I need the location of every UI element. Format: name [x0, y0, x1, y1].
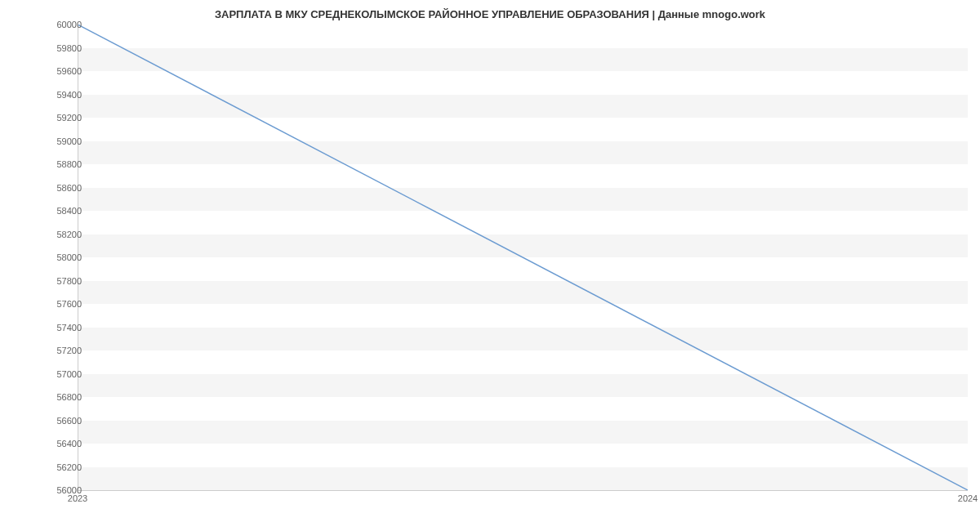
y-tick-label: 57000: [41, 369, 82, 379]
y-tick-label: 58400: [41, 206, 82, 216]
x-tick-label: 2023: [68, 493, 87, 503]
y-tick-label: 59800: [41, 43, 82, 53]
chart-plot-area: [78, 25, 968, 490]
y-tick-label: 56600: [41, 416, 82, 426]
y-tick-label: 58200: [41, 230, 82, 239]
y-tick-label: 60000: [41, 20, 82, 29]
chart-title: ЗАРПЛАТА В МКУ СРЕДНЕКОЛЫМСКОЕ РАЙОННОЕ …: [0, 0, 980, 25]
chart-grid: [78, 25, 968, 490]
y-tick-label: 59000: [41, 136, 82, 146]
y-tick-label: 57400: [41, 323, 82, 332]
y-tick-label: 58800: [41, 159, 82, 169]
x-tick-label: 2024: [958, 493, 978, 503]
x-axis-line: [78, 490, 968, 491]
y-tick-label: 58600: [41, 183, 82, 193]
y-tick-label: 56200: [41, 462, 82, 472]
y-tick-label: 57200: [41, 346, 82, 355]
y-tick-label: 57800: [41, 276, 82, 286]
y-tick-label: 56400: [41, 439, 82, 448]
y-tick-label: 58000: [41, 252, 82, 262]
y-tick-label: 57600: [41, 299, 82, 309]
y-tick-label: 59600: [41, 66, 82, 76]
y-tick-label: 56800: [41, 392, 82, 402]
y-tick-label: 59200: [41, 113, 82, 123]
y-tick-label: 59400: [41, 90, 82, 100]
